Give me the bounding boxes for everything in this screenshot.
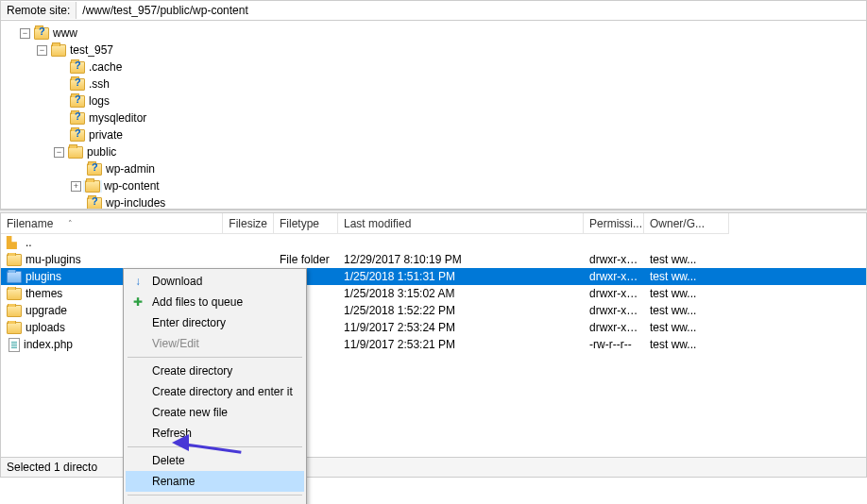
menu-item-create-new-file[interactable]: Create new file — [126, 402, 304, 423]
menu-separator — [128, 357, 302, 358]
folder-icon — [7, 271, 22, 283]
menu-item-create-directory[interactable]: Create directory — [126, 361, 304, 381]
menu-item-enter-directory[interactable]: Enter directory — [126, 312, 304, 333]
menu-item-copy-url-s-to-clipboard[interactable]: Copy URL(s) to clipboard — [126, 498, 304, 504]
folder-icon — [68, 146, 83, 159]
tree-item-.cache[interactable]: ?.cache — [1, 59, 866, 76]
download-icon: ↓ — [130, 275, 145, 288]
menu-separator — [128, 446, 302, 447]
tree-item-logs[interactable]: ?logs — [1, 92, 866, 109]
menu-label: View/Edit — [152, 337, 199, 350]
remote-site-bar: Remote site: /www/test_957/public/wp-con… — [0, 0, 867, 21]
tree-label: www — [53, 26, 77, 40]
context-menu: ↓Download✚Add files to queueEnter direct… — [123, 268, 307, 504]
tree-label: wp-content — [104, 179, 160, 193]
file-name: themes — [26, 287, 62, 300]
remote-path-input[interactable]: /www/test_957/public/wp-content — [76, 2, 866, 19]
tree-item-wp-includes[interactable]: ?wp-includes — [1, 194, 866, 210]
tree-item-.ssh[interactable]: ?.ssh — [1, 76, 866, 92]
folder-icon — [7, 254, 22, 266]
folder-icon — [51, 44, 66, 57]
menu-separator — [128, 495, 302, 496]
menu-item-create-directory-and-enter-it[interactable]: Create directory and enter it — [126, 381, 304, 402]
file-name: mu-plugins — [26, 253, 81, 266]
menu-label: Refresh — [152, 427, 192, 440]
file-list-header: Filename˄ Filesize Filetype Last modifie… — [1, 213, 866, 234]
menu-label: Rename — [152, 475, 195, 488]
remote-tree[interactable]: −?www−test_957?.cache?.ssh?logs?mysqledi… — [0, 21, 867, 210]
menu-item-download[interactable]: ↓Download — [126, 271, 304, 292]
menu-label: Delete — [152, 454, 185, 467]
menu-item-view-edit: View/Edit — [126, 333, 304, 354]
file-name: .. — [26, 236, 32, 249]
tree-label: mysqleditor — [89, 111, 146, 125]
tree-label: public — [87, 145, 116, 159]
file-name: uploads — [26, 321, 65, 334]
tree-label: wp-admin — [106, 162, 155, 176]
status-text: Selected 1 directo — [7, 461, 97, 474]
menu-label: Create new file — [152, 406, 228, 419]
folder-icon — [7, 305, 22, 317]
add-icon: ✚ — [130, 295, 145, 309]
tree-label: wp-includes — [106, 196, 165, 210]
tree-item-test_957[interactable]: −test_957 — [1, 42, 866, 59]
menu-label: Add files to queue — [152, 295, 243, 309]
expand-icon[interactable]: + — [71, 181, 81, 192]
collapse-icon[interactable]: − — [54, 147, 64, 158]
tree-label: .ssh — [89, 77, 110, 91]
file-icon — [8, 338, 20, 352]
collapse-icon[interactable]: − — [20, 28, 30, 39]
folder-icon — [7, 288, 22, 300]
up-icon — [7, 237, 22, 249]
menu-label: Create directory — [152, 364, 232, 378]
tree-label: private — [89, 128, 123, 142]
col-filetype[interactable]: Filetype — [274, 213, 338, 234]
tree-item-public[interactable]: −public — [1, 143, 866, 160]
menu-item-rename[interactable]: Rename — [126, 471, 304, 492]
file-row-..[interactable]: .. — [1, 234, 866, 251]
tree-label: test_957 — [70, 43, 113, 57]
col-filename[interactable]: Filename˄ — [1, 213, 223, 234]
menu-label: Download — [152, 275, 202, 288]
file-name: plugins — [26, 270, 61, 283]
tree-item-mysqleditor[interactable]: ?mysqleditor — [1, 109, 866, 126]
tree-item-private[interactable]: ?private — [1, 126, 866, 143]
file-name: index.php — [24, 338, 73, 351]
menu-item-add-files-to-queue[interactable]: ✚Add files to queue — [126, 292, 304, 312]
tree-item-www[interactable]: −?www — [1, 25, 866, 42]
folder-icon — [85, 180, 100, 193]
tree-item-wp-admin[interactable]: ?wp-admin — [1, 160, 866, 177]
col-permissions[interactable]: Permissi... — [584, 213, 644, 234]
tree-label: .cache — [89, 60, 122, 74]
folder-icon — [7, 322, 22, 334]
collapse-icon[interactable]: − — [37, 45, 47, 56]
tree-label: logs — [89, 94, 110, 108]
col-modified[interactable]: Last modified — [338, 213, 584, 234]
menu-item-delete[interactable]: Delete — [126, 450, 304, 471]
tree-item-wp-content[interactable]: +wp-content — [1, 177, 866, 194]
sort-asc-icon: ˄ — [68, 219, 73, 228]
remote-site-label: Remote site: — [1, 2, 76, 19]
menu-label: Enter directory — [152, 316, 226, 329]
file-row-mu-plugins[interactable]: mu-pluginsFile folder12/29/2017 8:10:19 … — [1, 251, 866, 268]
menu-item-refresh[interactable]: Refresh — [126, 423, 304, 444]
col-owner[interactable]: Owner/G... — [644, 213, 729, 234]
file-name: upgrade — [26, 304, 67, 317]
col-filesize[interactable]: Filesize — [223, 213, 274, 234]
menu-label: Create directory and enter it — [152, 385, 293, 398]
